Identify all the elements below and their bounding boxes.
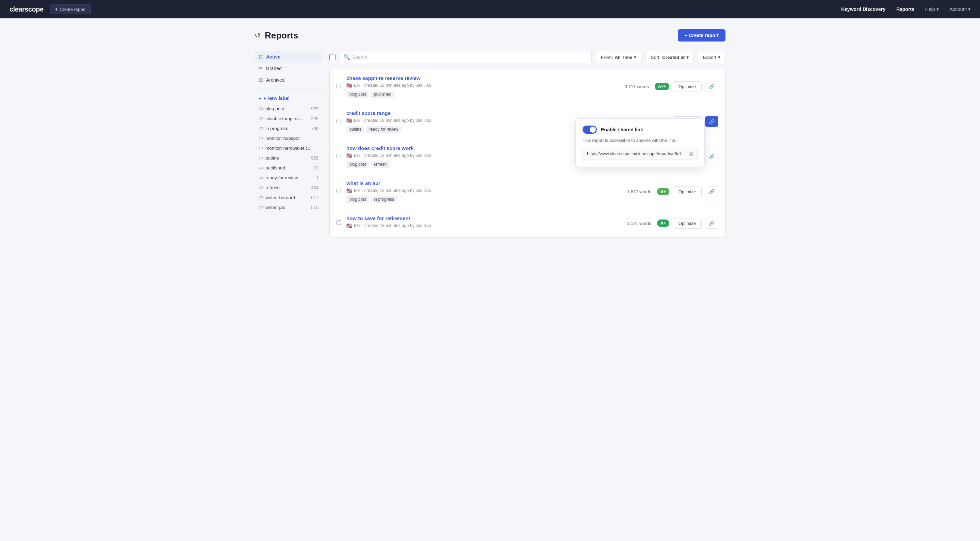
sidebar-label-in-progress[interactable]: 🏷 in progress 700: [255, 124, 323, 134]
row-checkbox: [337, 153, 341, 159]
nav-link-reports[interactable]: Reports: [896, 6, 914, 12]
optimize-button[interactable]: Optimize: [673, 186, 702, 197]
tag-icon: 🏷: [259, 146, 263, 151]
report-title[interactable]: how to save for retirement: [347, 215, 627, 221]
sidebar-label-ready-for-review[interactable]: 🏷 ready for review 1: [255, 173, 323, 183]
sidebar-item-active[interactable]: ◫ Active: [255, 51, 323, 63]
tag-icon: 🏷: [259, 116, 263, 121]
sidebar-label-writer:-bernard[interactable]: 🏷 writer: bernard 617: [255, 193, 323, 202]
share-link-button[interactable]: 🔗: [705, 218, 718, 229]
report-tags: blog postpublished: [347, 91, 625, 98]
sort-value: Created at: [662, 55, 685, 60]
label-count: 226: [311, 116, 318, 121]
report-body: what is an apr 🇺🇸 EN · created 18 minute…: [347, 180, 627, 203]
report-body: chase sapphire reserve review 🇺🇸 EN · cr…: [347, 75, 625, 98]
report-checkbox[interactable]: [337, 154, 341, 158]
export-button[interactable]: Export ▾: [698, 51, 725, 63]
share-link-button[interactable]: 🔗: [705, 186, 718, 197]
report-checkbox[interactable]: [337, 84, 341, 88]
optimize-button[interactable]: Optimize: [673, 81, 702, 92]
nav-link-keyword-discovery[interactable]: Keyword Discovery: [841, 6, 885, 12]
archived-icon: ▤: [259, 77, 263, 83]
from-filter-button[interactable]: From: All Time ▾: [596, 51, 642, 63]
flag-icon: 🇺🇸: [347, 118, 352, 123]
tag: published: [371, 91, 395, 98]
enable-shared-link-toggle[interactable]: [582, 126, 597, 134]
sidebar-label-outline[interactable]: 🏷 outline 555: [255, 153, 323, 163]
create-report-button[interactable]: + Create report: [678, 29, 725, 41]
label-count: 19: [314, 165, 318, 170]
meta-text: created 18 minutes ago by Jas Kao: [364, 83, 431, 88]
sidebar-label-monitor:-nerdwallet.c...[interactable]: 🏷 monitor: nerdwallet.c...: [255, 143, 323, 153]
word-count: 1,837 words ·: [627, 189, 654, 194]
report-row-right: 1,837 words · B+ Optimize 🔗: [627, 186, 718, 197]
sort-filter-button[interactable]: Sort: Created at ▾: [646, 51, 694, 63]
label-text: monitor: hubspot: [266, 136, 300, 141]
share-link-button[interactable]: 🔗: [705, 81, 718, 92]
report-row: credit score range 🇺🇸 EN · created 18 mi…: [330, 104, 725, 139]
sidebar-label-monitor:-hubspot[interactable]: 🏷 monitor: hubspot: [255, 134, 323, 143]
grade-badge: A+: [657, 220, 669, 227]
row-checkbox: [337, 188, 341, 195]
nav-link-account[interactable]: Account ▾: [950, 6, 970, 12]
optimize-button[interactable]: Optimize: [673, 218, 702, 229]
label-count: 617: [311, 195, 318, 200]
tag: blog post: [347, 196, 369, 203]
sidebar-item-graded[interactable]: ✏ Graded: [255, 63, 323, 74]
report-row: what is an apr 🇺🇸 EN · created 18 minute…: [330, 174, 725, 209]
sidebar-item-archived[interactable]: ▤ Archived: [255, 74, 323, 86]
tag: blog post: [347, 91, 369, 98]
word-count: 3,101 words ·: [627, 221, 654, 226]
sort-label: Sort:: [651, 55, 660, 60]
label-name: 🏷 outline: [259, 156, 279, 161]
row-checkbox: [337, 220, 341, 226]
share-link-button[interactable]: 🔗: [705, 151, 718, 162]
search-wrap: 🔍: [340, 51, 592, 63]
new-label-button[interactable]: + + New label: [255, 93, 323, 104]
word-count: 3,711 words ·: [625, 84, 651, 89]
tag-icon: 🏷: [259, 195, 263, 200]
report-title[interactable]: credit score range: [347, 110, 673, 116]
sidebar-active-label: Active: [266, 54, 280, 60]
report-row-right: 3,711 words · A++ Optimize 🔗: [625, 81, 718, 92]
report-title[interactable]: chase sapphire reserve review: [347, 75, 625, 81]
page-wrapper: ↺ Reports + Create report ◫ Active ✏ Gra…: [245, 18, 735, 248]
label-count: 555: [311, 156, 318, 161]
label-name: 🏷 ready for review: [259, 175, 298, 180]
tag: blog post: [347, 161, 369, 168]
topnav-create-report-button[interactable]: ✈ Create report: [50, 5, 91, 14]
report-row: how to save for retirement 🇺🇸 EN · creat…: [330, 209, 725, 237]
meta-text: created 18 minutes ago by Jas Kao: [364, 118, 431, 123]
label-count: 434: [311, 185, 318, 190]
label-text: writer: bernard: [266, 195, 295, 200]
label-text: outline: [266, 156, 279, 161]
sidebar-label-client:-example.c...[interactable]: 🏷 client: example.c... 226: [255, 114, 323, 124]
from-label: From:: [601, 55, 613, 60]
tag-icon: 🏷: [259, 185, 263, 190]
export-chevron-icon: ▾: [718, 54, 721, 60]
share-link-button[interactable]: 🔗: [705, 116, 718, 127]
report-checkbox[interactable]: [337, 189, 341, 193]
sidebar-label-published[interactable]: 🏷 published 19: [255, 163, 323, 173]
report-title[interactable]: what is an apr: [347, 180, 627, 186]
report-list: chase sapphire reserve review 🇺🇸 EN · cr…: [329, 69, 725, 237]
sidebar-label-refresh[interactable]: 🏷 refresh 434: [255, 183, 323, 193]
report-checkbox[interactable]: [337, 221, 341, 225]
sidebar-archived-label: Archived: [266, 77, 285, 83]
search-input[interactable]: [340, 51, 592, 63]
label-text: published: [266, 165, 285, 170]
sidebar-labels-list: 🏷 blog post 929 🏷 client: example.c... 2…: [255, 104, 323, 212]
popover-toggle-row: Enable shared link: [582, 126, 698, 134]
sidebar-label-blog-post[interactable]: 🏷 blog post 929: [255, 104, 323, 114]
label-text: blog post: [266, 106, 284, 111]
top-navigation: clearscope ✈ Create report Keyword Disco…: [0, 0, 980, 18]
popover-link-row: https://www.clearscope.io/clearscope/rep…: [582, 148, 698, 160]
nav-link-help[interactable]: Help ▾: [925, 6, 939, 12]
copy-link-icon[interactable]: ⧉: [689, 151, 693, 157]
select-all-checkbox[interactable]: [329, 54, 336, 60]
sidebar-label-writer:-jas[interactable]: 🏷 writer: jas 516: [255, 202, 323, 212]
report-meta: 🇺🇸 EN · created 18 minutes ago by Jas Ka…: [347, 83, 625, 88]
label-text: refresh: [266, 185, 280, 190]
logo: clearscope: [10, 5, 43, 13]
report-checkbox[interactable]: [337, 119, 341, 123]
